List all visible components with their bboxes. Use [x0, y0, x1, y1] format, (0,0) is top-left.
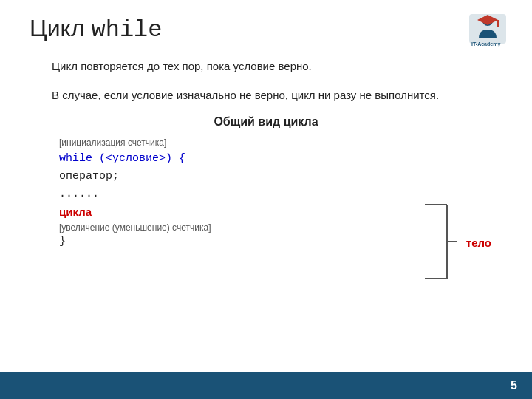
code-line-operator: оператор; [59, 168, 502, 185]
bottom-bar: 5 [0, 372, 532, 399]
code-comment-1: [инициализация счетчика] [59, 136, 502, 150]
title-keyword: while [91, 16, 162, 44]
section-title: Общий вид цикла [30, 115, 502, 129]
code-line-while: while (<условие>) { [59, 150, 502, 168]
page-container: IT-Academy Цикл while Цикл повторяется д… [0, 0, 532, 399]
svg-text:IT-Academy: IT-Academy [471, 41, 500, 47]
page-number: 5 [511, 379, 517, 392]
paragraph-2: В случае, если условие изначально не вер… [30, 87, 502, 104]
title-text: Цикл [30, 15, 91, 41]
page-title: Цикл while [30, 15, 502, 44]
body-label: тело [466, 236, 491, 249]
code-bracket [421, 201, 458, 285]
paragraph-1: Цикл повторяется до тех пор, пока услови… [30, 58, 502, 75]
logo: IT-Academy [466, 10, 510, 47]
